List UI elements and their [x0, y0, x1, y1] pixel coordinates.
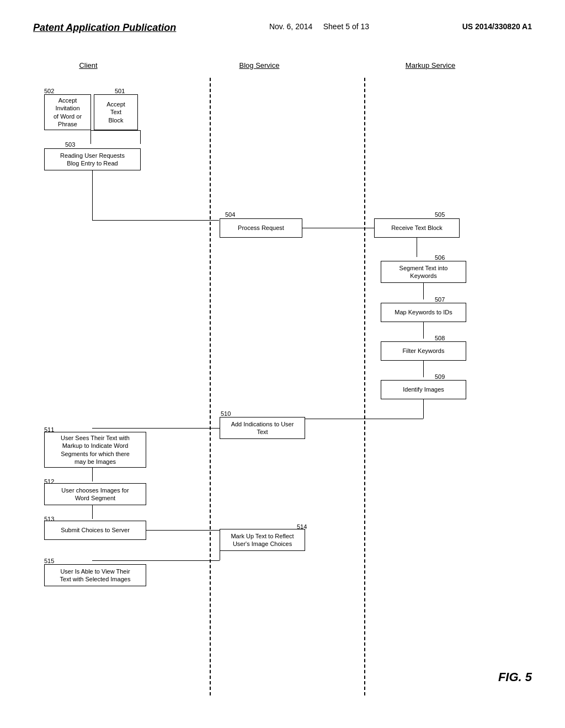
- arrow-to-504: [92, 220, 219, 221]
- arrow-509-down: [423, 399, 424, 419]
- label-508: 508: [435, 335, 445, 341]
- sheet-info: Sheet 5 of 13: [323, 22, 369, 31]
- arrow-511-512: [92, 468, 93, 481]
- box-507: Map Keywords to IDs: [381, 303, 466, 322]
- label-502: 502: [44, 88, 54, 94]
- pub-date: Nov. 6, 2014: [269, 22, 312, 31]
- box-515: User Is Able to View Their Text with Sel…: [44, 564, 146, 586]
- box-502: Accept Invitation of Word or Phrase: [44, 94, 91, 130]
- box-506: Segment Text into Keywords: [381, 261, 466, 283]
- box-512: User chooses Images for Word Segment: [44, 483, 146, 505]
- col-blog: Blog Service: [215, 61, 303, 69]
- label-501: 501: [115, 88, 125, 94]
- label-509: 509: [435, 373, 445, 380]
- arrow-503-down: [92, 170, 93, 220]
- patent-number: US 2014/330820 A1: [462, 22, 532, 31]
- arrow-514-down: [220, 551, 220, 560]
- page-header: Patent Application Publication Nov. 6, 2…: [0, 0, 565, 45]
- box-510: Add Indications to User Text: [220, 417, 305, 439]
- box-508: Filter Keywords: [381, 341, 466, 361]
- label-510: 510: [221, 410, 231, 417]
- arrow-506-507: [423, 283, 424, 299]
- publication-title: Patent Application Publication: [33, 22, 176, 34]
- arrow-back-client: [92, 560, 220, 561]
- label-506: 506: [435, 254, 445, 261]
- bracket-top: [90, 130, 140, 131]
- diagram: Client Blog Service Markup Service 501 A…: [33, 61, 532, 695]
- col-markup: Markup Service: [375, 61, 486, 69]
- box-504: Process Request: [220, 218, 302, 238]
- label-507: 507: [435, 296, 445, 303]
- box-509: Identify Images: [381, 380, 466, 399]
- arrow-510-client: [92, 428, 220, 429]
- box-511: User Sees Their Text with Markup to Indi…: [44, 432, 146, 468]
- fig-label: FIG. 5: [498, 670, 532, 684]
- arrow-505-506: [417, 238, 417, 257]
- arrow-504-505: [302, 228, 374, 228]
- arrow-to-510: [302, 419, 423, 419]
- label-505: 505: [435, 211, 445, 218]
- box-513: Submit Choices to Server: [44, 521, 146, 540]
- label-504: 504: [225, 211, 235, 218]
- arrow-508-509: [423, 361, 424, 377]
- divider-1: [210, 78, 211, 695]
- label-503: 503: [65, 141, 75, 148]
- box-505: Receive Text Block: [374, 218, 460, 238]
- arrow-507-508: [423, 322, 424, 339]
- bracket-left: [90, 130, 91, 144]
- arrow-512-513: [92, 505, 93, 519]
- box-514: Mark Up Text to Reflect User's Image Cho…: [220, 529, 305, 551]
- col-client: Client: [44, 61, 132, 69]
- divider-2: [364, 78, 365, 695]
- label-515: 515: [44, 558, 54, 564]
- box-503: Reading User Requests Blog Entry to Read: [44, 148, 141, 170]
- header-center: Nov. 6, 2014 Sheet 5 of 13: [269, 22, 369, 31]
- box-501: Accept Text Block: [94, 94, 138, 130]
- bracket-right: [140, 130, 141, 144]
